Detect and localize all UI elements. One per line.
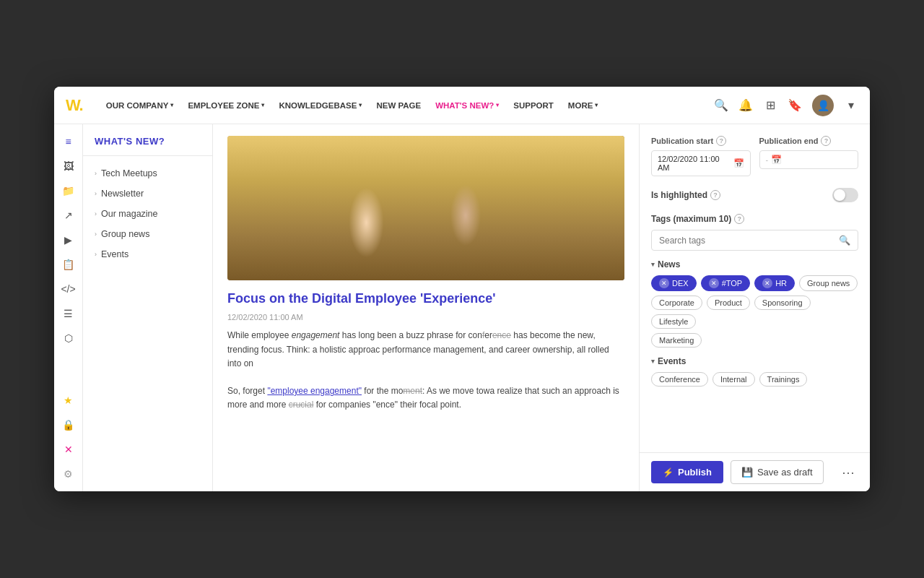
nav-item-knowledgebase[interactable]: KNOWLEDGEBASE ▾ [273, 98, 367, 113]
text-icon[interactable]: ≡ [58, 131, 79, 152]
grid-icon[interactable]: ⊞ [763, 98, 777, 113]
sidebar-item-tech-meetups[interactable]: › Tech Meetups [83, 163, 212, 184]
nav-item-new-page[interactable]: NEW PAGE [370, 98, 427, 113]
tag-corporate[interactable]: Corporate [651, 296, 702, 310]
search-icon[interactable]: 🔍 [714, 98, 728, 113]
chevron-down-icon: ▾ [170, 102, 173, 108]
tag-remove-icon[interactable]: ✕ [762, 278, 772, 288]
tag-group-news[interactable]: Group news [799, 275, 858, 291]
sidebar-item-newsletter[interactable]: › Newsletter [83, 184, 212, 204]
chevron-right-icon: › [95, 251, 97, 258]
tags-section: Tags (maximum 10) ? 🔍 ▾ News [651, 214, 858, 387]
publication-dates: Publication start ? 12/02/2020 11:00 AM … [651, 136, 858, 176]
bookmark-icon[interactable]: 🔖 [788, 98, 802, 113]
events-category-header[interactable]: ▾ Events [651, 356, 858, 366]
pub-end-label: Publication end ? [759, 136, 859, 146]
more-options-button[interactable]: ⋯ [838, 462, 858, 483]
tag-sponsoring[interactable]: Sponsoring [754, 296, 811, 310]
chevron-down-icon: ▾ [651, 261, 655, 268]
calendar-icon: 📅 [733, 158, 744, 168]
image-icon[interactable]: 🖼 [58, 156, 79, 176]
save-draft-button[interactable]: 💾 Save as draft [731, 460, 824, 484]
tag-top[interactable]: ✕ #TOP [701, 275, 751, 291]
nav-item-whats-new[interactable]: WHAT'S NEW? ▾ [430, 98, 505, 113]
highlighted-label: Is highlighted ? [651, 190, 720, 200]
news-tag-category: ▾ News ✕ DEX ✕ #TOP [651, 259, 858, 348]
events-tags-row: Conference Internal Trainings [651, 372, 858, 387]
tag-conference[interactable]: Conference [651, 372, 708, 387]
office-icon[interactable]: ⬡ [58, 328, 79, 348]
nav-menu: OUR COMPANY ▾ EMPLOYEE ZONE ▾ KNOWLEDGEB… [100, 98, 708, 113]
tag-product[interactable]: Product [707, 296, 750, 310]
tags-search-input[interactable] [659, 236, 834, 246]
list-icon[interactable]: 📋 [58, 254, 79, 275]
pub-start-input[interactable]: 12/02/2020 11:00 AM 📅 [651, 150, 751, 176]
publish-icon: ⚡ [663, 467, 674, 478]
menu-icon[interactable]: ☰ [58, 303, 79, 324]
nav-item-our-company[interactable]: OUR COMPANY ▾ [100, 98, 180, 113]
chevron-down-icon: ▾ [496, 102, 499, 108]
news-category-header[interactable]: ▾ News [651, 259, 858, 269]
help-icon[interactable]: ? [710, 190, 720, 200]
avatar[interactable]: 👤 [812, 95, 834, 116]
code-icon[interactable]: </> [58, 279, 79, 299]
external-link-icon[interactable]: ↗ [58, 205, 79, 225]
article-date: 12/02/2020 11:00 AM [227, 313, 624, 322]
news-tags-row-3: Marketing [651, 333, 858, 348]
action-bar: ⚡ Publish 💾 Save as draft ⋯ [640, 452, 870, 491]
top-navigation: W. OUR COMPANY ▾ EMPLOYEE ZONE ▾ KNOWLED… [54, 87, 870, 124]
nav-icons-group: 🔍 🔔 ⊞ 🔖 👤 ▾ [714, 95, 858, 116]
highlighted-toggle[interactable] [832, 188, 858, 202]
article-image [227, 136, 624, 280]
chevron-down-icon: ▾ [651, 358, 655, 365]
settings-icon[interactable]: ⚙ [58, 464, 79, 484]
nav-sidebar-title: WHAT'S NEW? [83, 136, 212, 155]
nav-item-support[interactable]: SUPPORT [507, 98, 559, 113]
publish-button[interactable]: ⚡ Publish [651, 461, 723, 483]
nav-sidebar: WHAT'S NEW? › Tech Meetups › Newsletter … [83, 124, 213, 491]
sidebar-item-group-news[interactable]: › Group news [83, 224, 212, 244]
pub-end-group: Publication end ? - 📅 [759, 136, 859, 176]
help-icon[interactable]: ? [821, 136, 831, 146]
highlighted-row: Is highlighted ? [651, 188, 858, 202]
sidebar-item-our-magazine[interactable]: › Our magazine [83, 204, 212, 224]
nav-item-employee-zone[interactable]: EMPLOYEE ZONE ▾ [182, 98, 270, 113]
chevron-down-icon: ▾ [261, 102, 264, 108]
chevron-down-icon[interactable]: ▾ [844, 98, 858, 113]
close-icon[interactable]: ✕ [58, 439, 79, 460]
chevron-right-icon: › [95, 230, 97, 238]
pub-start-group: Publication start ? 12/02/2020 11:00 AM … [651, 136, 751, 176]
tag-dex[interactable]: ✕ DEX [651, 275, 697, 291]
pub-start-label: Publication start ? [651, 136, 751, 146]
logo[interactable]: W. [66, 96, 83, 115]
tag-hr[interactable]: ✕ HR [754, 275, 795, 291]
tag-remove-icon[interactable]: ✕ [659, 278, 669, 288]
star-icon[interactable]: ★ [58, 390, 79, 410]
chevron-right-icon: › [95, 170, 97, 177]
news-tags-row-2: Corporate Product Sponsoring Lifestyle [651, 296, 858, 329]
tag-internal[interactable]: Internal [712, 372, 755, 387]
pub-end-input[interactable]: - 📅 [759, 150, 859, 169]
lock-icon[interactable]: 🔒 [58, 415, 79, 435]
help-icon[interactable]: ? [734, 214, 744, 224]
nav-item-more[interactable]: MORE ▾ [562, 98, 604, 113]
tag-marketing[interactable]: Marketing [651, 333, 702, 348]
draft-icon: 💾 [741, 467, 753, 478]
bell-icon[interactable]: 🔔 [738, 98, 753, 113]
search-icon: 🔍 [839, 235, 850, 246]
calendar-icon: 📅 [771, 155, 782, 165]
tags-search[interactable]: 🔍 [651, 230, 858, 251]
tag-remove-icon[interactable]: ✕ [709, 278, 719, 288]
tag-trainings[interactable]: Trainings [759, 372, 808, 387]
help-icon[interactable]: ? [716, 136, 726, 146]
chevron-right-icon: › [95, 210, 97, 217]
video-icon[interactable]: ▶ [58, 230, 79, 250]
tag-lifestyle[interactable]: Lifestyle [651, 314, 696, 329]
main-layout: ≡ 🖼 📁 ↗ ▶ 📋 </> ☰ ⬡ ★ 🔒 ✕ ⚙ WHAT'S NEW? [54, 124, 870, 491]
sidebar-item-events[interactable]: › Events [83, 244, 212, 264]
chevron-right-icon: › [95, 190, 97, 197]
tags-label: Tags (maximum 10) ? [651, 214, 858, 224]
icon-sidebar: ≡ 🖼 📁 ↗ ▶ 📋 </> ☰ ⬡ ★ 🔒 ✕ ⚙ [54, 124, 83, 491]
news-tags-row: ✕ DEX ✕ #TOP ✕ HR Group news [651, 275, 858, 291]
folder-icon[interactable]: 📁 [58, 181, 79, 201]
